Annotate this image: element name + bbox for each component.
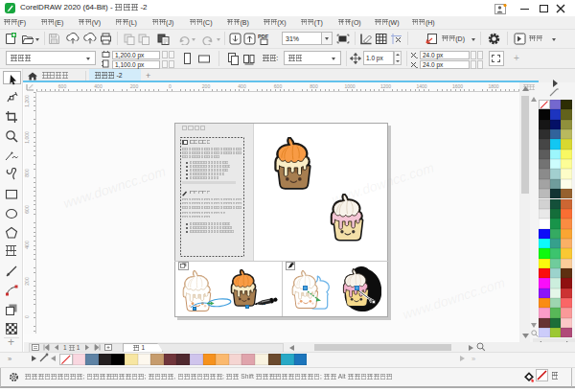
- svg-text:PDF: PDF: [258, 34, 269, 39]
